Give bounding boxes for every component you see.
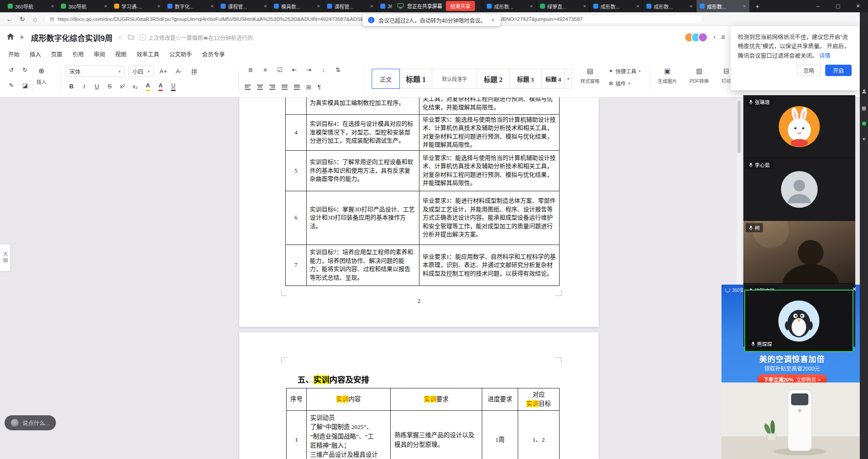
menu-hamburger-icon[interactable]: ≡ <box>721 33 725 41</box>
browser-tab[interactable]: 课程管...✕ <box>217 0 271 12</box>
refresh-icon[interactable]: ↻ <box>18 15 26 23</box>
clear-format-icon[interactable]: ◪ <box>19 82 31 89</box>
participants-icon[interactable] <box>862 89 867 95</box>
collapse-chevron-icon[interactable]: ▾ <box>863 137 865 142</box>
menu-item-membership[interactable]: 会员专享 <box>197 49 230 61</box>
tab-close-icon[interactable]: ✕ <box>317 4 320 9</box>
quick-tools-button[interactable]: ✦ 快捷工具 ▾ <box>609 67 641 75</box>
style-heading-1[interactable]: 标题 1 <box>399 69 432 89</box>
menu-item-insert[interactable]: 插入 <box>25 49 46 61</box>
outline-tab[interactable]: 大纲 <box>0 244 10 271</box>
bullet-list-icon[interactable]: ≣ <box>245 66 257 73</box>
participant-tile[interactable]: 张琳琅 <box>743 95 855 158</box>
style-heading-4[interactable]: 标题 4 <box>541 69 565 89</box>
document-page-2[interactable]: 为真实模具加工编制数控加工程序。 关工具，对复杂材料工程问题进行预测、模拟与优化… <box>239 97 599 327</box>
numbered-list-icon[interactable]: ≡ <box>259 66 271 73</box>
ignore-button[interactable]: 忽略 <box>797 65 821 76</box>
tab-close-icon[interactable]: ✕ <box>370 4 373 9</box>
redo-icon[interactable]: ↻ <box>19 66 31 73</box>
format-painter-icon[interactable]: ✎ <box>5 82 17 89</box>
menu-item-page[interactable]: 页面 <box>46 49 67 61</box>
back-icon[interactable]: ← <box>5 15 14 23</box>
italic-icon[interactable]: I <box>78 83 90 90</box>
align-right-icon[interactable] <box>269 85 275 90</box>
pinyin-tool-icon[interactable]: 拼 <box>188 67 200 76</box>
undo-icon[interactable]: ↺ <box>5 66 17 73</box>
browser-tab[interactable]: 数字化...✕ <box>164 0 217 12</box>
scrollbar-thumb[interactable] <box>737 101 741 153</box>
document-page-3[interactable]: 五、实训内容及安排 序号 实训内容 实训要求 进度要求 对应实训目标 1 实训动… <box>239 332 599 459</box>
menu-item-start[interactable]: 开始 <box>3 49 25 61</box>
active-speaker-tile[interactable]: 熊琛琛 <box>744 290 853 352</box>
home-icon[interactable]: ⌂ <box>31 15 39 23</box>
window-maximize-button[interactable]: ▢ <box>828 0 848 12</box>
increase-font-icon[interactable]: A+ <box>157 68 169 75</box>
avatar[interactable] <box>698 32 708 42</box>
status-dot-icon[interactable] <box>862 122 866 126</box>
sort-icon[interactable]: ⇅ <box>332 66 344 73</box>
font-color-icon[interactable]: A <box>155 82 167 91</box>
highlight-color-icon[interactable]: A <box>142 82 154 91</box>
borders-icon[interactable]: ⊞ <box>306 84 311 91</box>
align-distribute-icon[interactable] <box>294 85 300 90</box>
end-share-button[interactable]: 结束共享 <box>446 1 475 11</box>
tab-close-icon[interactable]: ✕ <box>104 4 107 9</box>
new-tab-button[interactable]: + <box>752 2 763 11</box>
tab-close-icon[interactable]: ✕ <box>530 4 533 9</box>
chat-input[interactable]: 说点什么... <box>5 415 56 430</box>
style-gallery-expand-icon[interactable]: ▾ <box>565 69 572 89</box>
browser-tab[interactable]: 课程管...✕ <box>324 0 377 12</box>
align-justify-icon[interactable] <box>282 85 288 90</box>
participant-tile[interactable]: 李心茹 <box>743 158 855 221</box>
style-body-text[interactable]: 正文 <box>372 69 400 89</box>
browser-tab[interactable]: 360导航✕ <box>5 0 58 12</box>
bold-icon[interactable]: B <box>66 83 77 90</box>
notification-close-icon[interactable]: ✕ <box>491 17 495 23</box>
menu-item-review[interactable]: 审阅 <box>89 49 110 61</box>
align-center-icon[interactable] <box>257 85 263 90</box>
plugins-button[interactable]: ⊞ 插件 ▾ <box>609 80 641 87</box>
details-link[interactable]: 详情 <box>819 53 831 59</box>
tab-close-icon[interactable]: ✕ <box>689 4 693 9</box>
menu-item-reference[interactable]: 引用 <box>67 49 89 61</box>
window-minimize-button[interactable]: ─ <box>808 0 828 12</box>
print-button[interactable]: ⊟ 打印 <box>722 67 731 84</box>
superscript-icon[interactable]: x² <box>116 83 128 90</box>
browser-tab[interactable]: 360导航✕ <box>58 0 111 12</box>
decrease-font-icon[interactable]: A- <box>173 68 185 75</box>
collaborator-avatars[interactable] <box>684 32 708 42</box>
window-close-button[interactable]: ✕ <box>848 0 868 12</box>
browser-tab[interactable]: 学习通-...✕ <box>111 0 164 12</box>
menu-item-view[interactable]: 视图 <box>110 49 131 61</box>
layout-grid-icon[interactable]: ▦ <box>862 106 866 111</box>
chevron-down-icon[interactable]: ▾ <box>713 35 716 40</box>
strikethrough-icon[interactable]: S <box>104 83 116 90</box>
pdf-convert-button[interactable]: ▥ PDF转换 <box>690 67 709 84</box>
tab-close-icon[interactable]: ✕ <box>157 4 161 9</box>
style-default-paragraph[interactable]: 默认段落字 <box>432 69 477 89</box>
style-pane-button[interactable]: ▤ 样式窗格 <box>580 67 600 84</box>
style-heading-2[interactable]: 标题 2 <box>477 69 510 89</box>
subscript-icon[interactable]: x₂ <box>129 83 141 90</box>
browser-tab[interactable]: 成形数...✕ <box>643 0 696 12</box>
tab-close-icon[interactable]: ✕ <box>263 4 267 9</box>
menu-item-official-doc-helper[interactable]: 公文助手 <box>164 49 197 61</box>
tab-close-icon[interactable]: ✕ <box>583 4 586 9</box>
browser-tab[interactable]: 模具数...✕ <box>271 0 324 12</box>
new-doc-icon[interactable]: + <box>20 33 24 42</box>
browser-tab[interactable]: 成形数...✕ <box>484 0 537 12</box>
folder-icon[interactable] <box>128 34 134 41</box>
insert-button[interactable]: ⊕ 插入 <box>36 66 46 85</box>
browser-tab[interactable]: 成形数...✕ <box>590 0 643 12</box>
style-heading-3[interactable]: 标题 3 <box>509 69 542 89</box>
browser-tab-active[interactable]: 成形数...✕ <box>696 0 750 12</box>
indent-icon[interactable]: ⇥ <box>303 66 315 73</box>
tab-close-icon[interactable]: ✕ <box>50 4 54 9</box>
docs-home-icon[interactable] <box>6 33 15 42</box>
generate-image-button[interactable]: ▣ 生成图片 <box>658 67 677 84</box>
tab-close-icon[interactable]: ✕ <box>742 4 746 9</box>
tab-close-icon[interactable]: ✕ <box>210 4 214 9</box>
underline-icon[interactable]: U <box>91 83 103 90</box>
paragraph-mark-icon[interactable]: ¶ <box>318 84 321 91</box>
star-icon[interactable]: ☆ <box>117 34 123 41</box>
